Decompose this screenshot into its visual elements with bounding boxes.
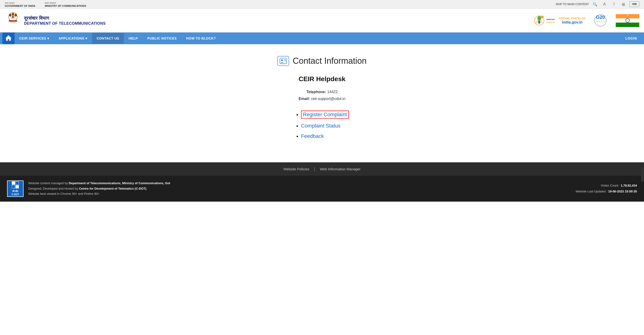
- svg-rect-25: [616, 18, 639, 22]
- home-button[interactable]: [2, 32, 14, 44]
- gov-english: GOVERNMENT OF INDIA: [5, 4, 35, 7]
- svg-text:Azadi Ka Amrit Mahotsav: Azadi Ka Amrit Mahotsav: [620, 25, 635, 26]
- email-line: Email: ceir.support@cdot.in: [299, 95, 346, 102]
- ministry-english: MINISTRY OF COMMUNICATIONS: [45, 4, 86, 7]
- nav-how-to-block[interactable]: How to Block?: [182, 33, 220, 44]
- feedback-link[interactable]: Feedback: [301, 133, 324, 139]
- footer-stats: Visitor Count : 1,78,92,434 Website Last…: [576, 183, 637, 194]
- contact-info-icon: [277, 56, 289, 66]
- partner-logos: SANCHARI SAARTHI THE NATIONAL PORTAL OF …: [533, 14, 639, 27]
- sitemap-icon[interactable]: ⊞: [620, 1, 626, 7]
- svg-text:G20: G20: [596, 14, 605, 20]
- page-title: Contact Information: [292, 56, 366, 66]
- font-size-icon[interactable]: A: [601, 1, 608, 7]
- cdot-hindi: सी-डॉट: [12, 190, 18, 193]
- register-complaint-link[interactable]: Register Complaint: [301, 111, 349, 119]
- nav-applications[interactable]: Applications ▾: [54, 33, 92, 44]
- website-policies-link[interactable]: Website Policies: [279, 167, 314, 171]
- nav-contact-us[interactable]: Contact Us: [92, 33, 124, 44]
- sanchari-logo: SANCHARI SAARTHI: [533, 14, 554, 27]
- g20-logo: G20 INDIA 2023: [590, 14, 611, 27]
- svg-text:INDIA 2023: INDIA 2023: [596, 21, 605, 22]
- svg-text:india.gov.in: india.gov.in: [562, 20, 582, 24]
- register-complaint-item: Register Complaint: [301, 111, 349, 119]
- cdot-sq-3: [12, 185, 15, 188]
- contact-links-list: Register Complaint Complaint Status Feed…: [295, 111, 349, 143]
- search-icon[interactable]: 🔍: [592, 1, 598, 7]
- gov-hindi: भारत सरकार: [5, 2, 14, 4]
- contact-details: Telephone: 14422 Email: ceir.support@cdo…: [299, 89, 346, 102]
- best-viewed-text: Website best viewed in Chrome 90+ and Fi…: [28, 191, 571, 196]
- complaint-status-link[interactable]: Complaint Status: [301, 123, 340, 129]
- svg-text:75: 75: [627, 15, 628, 16]
- nav-help[interactable]: Help: [124, 33, 142, 44]
- feedback-item: Feedback: [301, 133, 349, 139]
- complaint-status-item: Complaint Status: [301, 123, 349, 129]
- gov-info: भारत सरकार GOVERNMENT OF INDIA संचार मंत…: [5, 1, 86, 7]
- dept-hindi: दूरसंचार विभाग: [24, 15, 106, 21]
- logo-section: सत्यमेव जयते दूरसंचार विभाग DEPARTMENT O…: [5, 11, 106, 30]
- managed-by-text: Website content managed by Department of…: [28, 181, 571, 186]
- helpdesk-title: CEIR Helpdesk: [298, 75, 345, 83]
- web-info-manager-link[interactable]: Web Information Manager: [315, 167, 365, 171]
- nav-items: CEIR Services ▾ Applications ▾ Contact U…: [14, 33, 621, 44]
- nav-ceir-services[interactable]: CEIR Services ▾: [14, 33, 54, 44]
- scrollbar-hint: [641, 167, 644, 182]
- svg-text:सत्यमेव जयते: सत्यमेव जयते: [10, 22, 16, 23]
- svg-point-31: [281, 59, 283, 61]
- emblem: सत्यमेव जयते: [5, 11, 21, 30]
- bhasha-button[interactable]: भाषा: [630, 1, 639, 7]
- dept-english: DEPARTMENT OF TELECOMMUNICATIONS: [24, 21, 106, 26]
- designed-by-text: Designed, Developed and Hosted by Centre…: [28, 186, 571, 191]
- cdot-sq-2: [16, 181, 19, 185]
- gov-of-india: भारत सरकार GOVERNMENT OF INDIA: [5, 1, 35, 7]
- cdot-sq-1: [12, 181, 15, 185]
- footer-bottom: सी-डॉट C-DOT Website content managed by …: [0, 176, 644, 202]
- nav-public-notices[interactable]: Public Notices: [143, 33, 182, 44]
- share-icon[interactable]: ⤴: [610, 1, 617, 7]
- footer-links-bar: Website Policies | Web Information Manag…: [0, 162, 644, 176]
- cdot-english: C-DOT: [12, 193, 19, 196]
- svg-rect-5: [9, 20, 17, 22]
- visitor-count-text: Visitor Count : 1,78,92,434: [576, 183, 637, 189]
- footer-text: Website content managed by Department of…: [28, 181, 571, 196]
- skip-to-main-link[interactable]: SKIP TO MAIN CONTENT: [556, 2, 589, 6]
- top-bar: भारत सरकार GOVERNMENT OF INDIA संचार मंत…: [0, 0, 644, 9]
- cdot-squares: [12, 181, 19, 188]
- telephone-line: Telephone: 14422: [299, 89, 346, 95]
- page-title-section: Contact Information: [277, 56, 366, 66]
- main-content: Contact Information CEIR Helpdesk Teleph…: [0, 44, 644, 162]
- header: सत्यमेव जयते दूरसंचार विभाग DEPARTMENT O…: [0, 9, 644, 32]
- login-button[interactable]: LOGIN: [621, 33, 642, 44]
- cdot-sq-4: [16, 185, 19, 188]
- india-gov-logo: THE NATIONAL PORTAL OF INDIA india.gov.i…: [559, 14, 585, 27]
- cdot-logo: सी-डॉट C-DOT: [7, 180, 24, 197]
- logo-text: दूरसंचार विभाग DEPARTMENT OF TELECOMMUNI…: [24, 15, 106, 26]
- svg-rect-13: [538, 21, 540, 23]
- ashoka-emblem-svg: सत्यमेव जयते: [6, 12, 21, 29]
- svg-text:SAARTHI: SAARTHI: [546, 21, 554, 23]
- top-bar-right: SKIP TO MAIN CONTENT 🔍 A ⤴ ⊞ भाषा: [556, 1, 639, 7]
- azadi-logo: Azadi Ka Amrit Mahotsav 75: [616, 14, 639, 27]
- ministry-hindi: संचार मंत्रालय: [45, 2, 56, 4]
- svg-text:SANCHARI: SANCHARI: [546, 18, 554, 20]
- ministry-info: संचार मंत्रालय MINISTRY OF COMMUNICATION…: [45, 1, 86, 7]
- svg-text:THE NATIONAL PORTAL OF INDIA: THE NATIONAL PORTAL OF INDIA: [559, 17, 585, 20]
- last-updated-text: Website Last Updated : 19-06-2023 15:59:…: [576, 189, 637, 195]
- svg-point-14: [541, 15, 544, 18]
- navbar: CEIR Services ▾ Applications ▾ Contact U…: [0, 32, 644, 44]
